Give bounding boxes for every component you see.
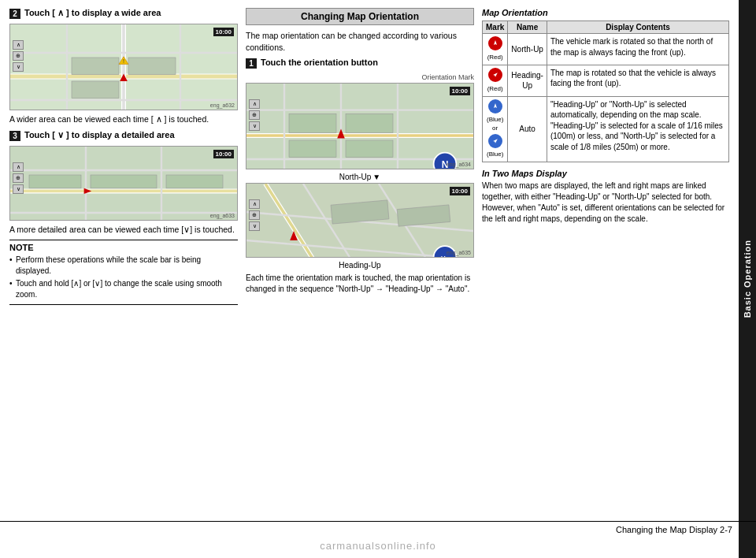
- map-heading-up: H↑ 10:00 ∧ ⊕ ∨ eng_a635: [246, 183, 474, 258]
- mark-icon-heading-up-red: [488, 68, 502, 82]
- map-time-badge-step2: 10:00: [213, 28, 234, 36]
- middle-column: Changing Map Orientation The map orienta…: [246, 8, 474, 550]
- map-controls-heading-up: ∧ ⊕ ∨: [249, 199, 260, 231]
- content-cell-north-up: The vehicle mark is rotated so that the …: [547, 34, 728, 65]
- table-row-heading-up: (Red) Heading-Up The map is rotated so t…: [483, 65, 729, 96]
- col-header-mark: Mark: [483, 21, 508, 34]
- mark-cell-north-up: (Red): [483, 34, 508, 65]
- step2-title: Touch [ ∧ ] to display a wide area: [24, 8, 161, 18]
- mark-label-auto-or: (Blue): [487, 116, 503, 125]
- mark-label-heading-up: (Red): [487, 85, 503, 94]
- mark-icon-auto-blue1: [488, 99, 502, 113]
- name-cell-north-up: North-Up: [508, 34, 547, 65]
- col-header-name: Name: [508, 21, 547, 34]
- step1-number: 1: [246, 58, 257, 69]
- watermark: carmanualsonline.info: [320, 540, 435, 552]
- step2-number: 2: [9, 9, 20, 19]
- footer-right: Changing the Map Display 2-7: [616, 525, 732, 534]
- section-header: Changing Map Orientation: [246, 8, 474, 25]
- left-column: 2 Touch [ ∧ ] to display a wide area: [9, 8, 238, 550]
- note-item-2: Touch and hold [∧] or [∨] to change the …: [9, 278, 238, 300]
- mark-label-north-up: (Red): [487, 54, 503, 62]
- mark-icon-auto-blue2: [488, 134, 502, 148]
- page-footer: Changing the Map Display 2-7: [0, 521, 756, 534]
- svg-rect-34: [289, 114, 336, 133]
- name-cell-auto: Auto: [508, 96, 547, 162]
- mark-cell-auto: (Blue) or (Blue): [483, 96, 508, 162]
- table-row-auto: (Blue) or (Blue) Auto "Heading-Up" or "N…: [483, 96, 729, 162]
- map-time-badge-heading-up: 10:00: [450, 187, 470, 195]
- map-controls-step3: ∧ ⊕ ∨: [13, 162, 24, 194]
- step3-title: Touch [ ∨ ] to display a detailed area: [24, 130, 175, 140]
- note-title: NOTE: [9, 243, 238, 252]
- orientation-mark-label: Orientation Mark: [246, 73, 474, 81]
- map-north-up: N 10:00 ∧ ⊕ ∨ eng_a634: [246, 83, 474, 169]
- svg-rect-10: [128, 58, 176, 75]
- svg-rect-24: [166, 175, 223, 188]
- svg-marker-55: [494, 103, 497, 108]
- sequence-text: Each time the orientation mark is touche…: [246, 273, 474, 295]
- map-time-badge-north-up: 10:00: [450, 87, 470, 95]
- svg-rect-37: [346, 140, 393, 158]
- step1-title: Touch the orientation button: [261, 58, 378, 67]
- step2-body: A wider area can be viewed each time [ ∧…: [9, 113, 238, 125]
- right-column: Map Orientation Mark Name Display Conten…: [482, 8, 729, 550]
- two-maps-text: When two maps are displayed, the left an…: [482, 180, 729, 225]
- right-sidebar: Basic Operation: [739, 0, 756, 558]
- step1-heading: 1 Touch the orientation button: [246, 58, 474, 69]
- step3-heading: 3 Touch [ ∨ ] to display a detailed area: [9, 130, 238, 141]
- svg-rect-11: [72, 81, 119, 99]
- content-cell-auto: "Heading-Up" or "North-Up" is selected a…: [547, 96, 728, 162]
- map-controls-north-up: ∧ ⊕ ∨: [249, 99, 260, 131]
- sidebar-label: Basic Operation: [743, 240, 752, 318]
- svg-text:!: !: [123, 58, 124, 65]
- table-row-north-up: (Red) North-Up The vehicle mark is rotat…: [483, 34, 729, 65]
- svg-marker-53: [494, 40, 497, 45]
- svg-marker-56: [493, 138, 498, 143]
- step3-number: 3: [9, 131, 20, 141]
- content-cell-heading-up: The map is rotated so that the vehicle i…: [547, 65, 728, 96]
- map-caption-heading-up: eng_a635: [447, 250, 471, 255]
- main-content: 2 Touch [ ∧ ] to display a wide area: [0, 0, 739, 558]
- map-caption-step3: eng_a633: [210, 213, 235, 218]
- north-up-label: North-Up ▼: [246, 173, 474, 181]
- svg-rect-23: [91, 175, 157, 188]
- intro-text: The map orientation can be changed accor…: [246, 30, 474, 53]
- arrow-down-icon: ▼: [372, 173, 380, 181]
- col-header-display: Display Contents: [547, 21, 728, 34]
- map-caption-step2: eng_a632: [210, 102, 235, 108]
- map-image-step3: 10:00 ∧ ⊕ ∨ eng_a633: [9, 146, 238, 221]
- footer-left: [24, 525, 616, 534]
- page-container: 2 Touch [ ∧ ] to display a wide area: [0, 0, 756, 558]
- note-section: NOTE Perform these operations while the …: [9, 240, 238, 305]
- step2-heading: 2 Touch [ ∧ ] to display a wide area: [9, 8, 238, 19]
- svg-marker-54: [493, 72, 498, 77]
- svg-rect-35: [346, 114, 393, 133]
- map-caption-north-up: eng_a634: [447, 162, 471, 167]
- mark-label-auto-blue: (Blue): [487, 151, 503, 159]
- note-item-1: Perform these operations while the scale…: [9, 255, 238, 277]
- two-maps-title: In Two Maps Display: [482, 169, 729, 178]
- svg-rect-9: [72, 58, 119, 75]
- mark-icon-north-up-red: [488, 36, 502, 50]
- table-title: Map Orientation: [482, 8, 729, 17]
- svg-rect-22: [29, 175, 81, 188]
- heading-up-label: Heading-Up: [246, 261, 474, 270]
- step3-body: A more detailed area can be viewed each …: [9, 224, 238, 236]
- map-controls-step2: ∧ ⊕ ∨: [13, 40, 24, 72]
- map-image-step2: ! 10:00 ∧ ⊕ ∨ eng_a632: [9, 24, 238, 110]
- svg-rect-36: [289, 140, 336, 158]
- orientation-table: Mark Name Display Contents (: [482, 20, 729, 162]
- name-cell-heading-up: Heading-Up: [508, 65, 547, 96]
- map-time-badge-step3: 10:00: [213, 150, 234, 158]
- mark-cell-heading-up: (Red): [483, 65, 508, 96]
